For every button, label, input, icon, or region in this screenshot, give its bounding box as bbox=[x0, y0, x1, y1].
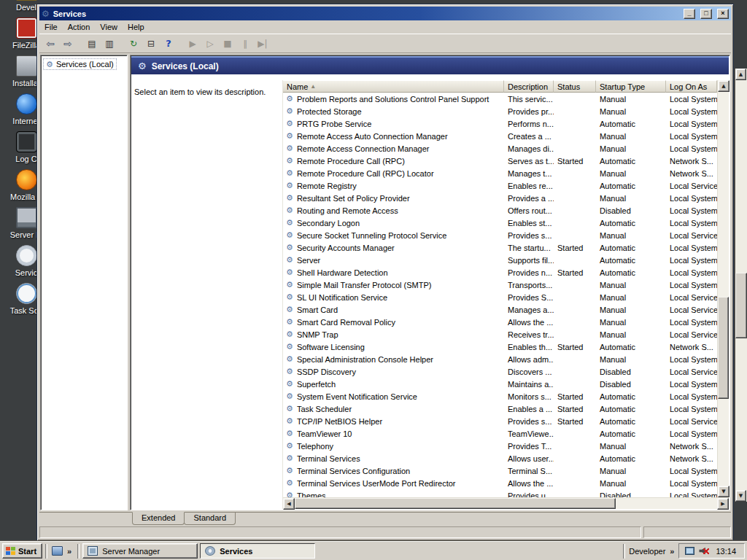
quick-launch-computer-icon[interactable] bbox=[52, 546, 63, 556]
minimize-button[interactable]: _ bbox=[684, 9, 695, 19]
scroll-track[interactable] bbox=[735, 80, 747, 490]
service-row[interactable]: ⚙ Terminal Services Configuration Termin… bbox=[283, 464, 717, 477]
service-row[interactable]: ⚙ Remote Access Connection Manager Manag… bbox=[283, 142, 717, 155]
service-rows: ⚙ Problem Reports and Solutions Control … bbox=[283, 93, 717, 497]
service-row[interactable]: ⚙ Special Administration Console Helper … bbox=[283, 353, 717, 365]
show-console-tree-button[interactable]: ▤ bbox=[84, 36, 100, 51]
scroll-up-icon[interactable]: ▲ bbox=[735, 69, 746, 80]
service-startup-type: Automatic bbox=[596, 268, 666, 277]
service-row[interactable]: ⚙ TeamViewer 10 TeamViewe... Automatic L… bbox=[283, 427, 717, 440]
service-row[interactable]: ⚙ PRTG Probe Service Performs n... Autom… bbox=[283, 117, 717, 130]
scroll-thumb[interactable] bbox=[718, 297, 729, 399]
forward-button[interactable]: ⇨ bbox=[60, 36, 76, 51]
service-row[interactable]: ⚙ Problem Reports and Solutions Control … bbox=[283, 93, 717, 105]
service-row[interactable]: ⚙ Telephony Provides T... Manual Network… bbox=[283, 440, 717, 452]
service-name: Protected Storage bbox=[297, 107, 362, 116]
service-row[interactable]: ⚙ Superfetch Maintains a... Disabled Loc… bbox=[283, 378, 717, 390]
resume-service-button[interactable]: ▷ bbox=[202, 36, 218, 51]
stop-service-button[interactable]: ■ bbox=[220, 36, 236, 51]
service-row[interactable]: ⚙ Themes Provides u... Disabled Local Sy… bbox=[283, 489, 717, 497]
scroll-thumb[interactable] bbox=[295, 498, 616, 509]
menu-item[interactable]: View bbox=[95, 22, 123, 32]
start-button[interactable]: Start bbox=[2, 543, 42, 559]
service-row[interactable]: ⚙ Routing and Remote Access Offers rout.… bbox=[283, 204, 717, 217]
remote-view-scrollbar[interactable]: ▲ ▼ bbox=[735, 69, 747, 502]
scroll-right-icon[interactable]: ▶ bbox=[717, 498, 729, 510]
service-name-cell: ⚙ TCP/IP NetBIOS Helper bbox=[283, 417, 504, 426]
refresh-button[interactable]: ↻ bbox=[125, 36, 142, 51]
service-name: Resultant Set of Policy Provider bbox=[297, 194, 410, 203]
taskbar-clock: 13:14 bbox=[713, 547, 738, 556]
service-row[interactable]: ⚙ Remote Procedure Call (RPC) Locator Ma… bbox=[283, 167, 717, 179]
service-row[interactable]: ⚙ SNMP Trap Receives tr... Manual Local … bbox=[283, 328, 717, 341]
desktop-icon-image bbox=[16, 0, 37, 1]
close-button[interactable]: × bbox=[717, 9, 729, 19]
service-row[interactable]: ⚙ Simple Mail Transfer Protocol (SMTP) T… bbox=[283, 279, 717, 291]
service-row[interactable]: ⚙ Secure Socket Tunneling Protocol Servi… bbox=[283, 229, 717, 241]
service-row[interactable]: ⚙ SSDP Discovery Discovers ... Disabled … bbox=[283, 365, 717, 378]
service-row[interactable]: ⚙ Smart Card Removal Policy Allows the .… bbox=[283, 316, 717, 328]
service-row[interactable]: ⚙ Server Supports fil... Automatic Local… bbox=[283, 254, 717, 266]
scroll-down-icon[interactable]: ▼ bbox=[718, 486, 729, 497]
scroll-down-icon[interactable]: ▼ bbox=[735, 490, 746, 502]
taskbar-task-button[interactable]: Services bbox=[200, 543, 315, 559]
service-row[interactable]: ⚙ Protected Storage Provides pr... Manua… bbox=[283, 105, 717, 117]
service-gear-icon: ⚙ bbox=[286, 429, 293, 438]
service-row[interactable]: ⚙ Software Licensing Enables th... Start… bbox=[283, 341, 717, 353]
service-row[interactable]: ⚙ Task Scheduler Enables a ... Started A… bbox=[283, 402, 717, 415]
service-row[interactable]: ⚙ Shell Hardware Detection Provides n...… bbox=[283, 266, 717, 279]
maximize-button[interactable]: □ bbox=[700, 9, 712, 19]
scroll-thumb[interactable] bbox=[735, 273, 747, 338]
service-status: Started bbox=[554, 417, 596, 426]
help-button[interactable]: ? bbox=[160, 36, 177, 51]
menu-item[interactable]: File bbox=[39, 22, 63, 32]
quick-launch-overflow-chevron[interactable]: » bbox=[66, 547, 73, 556]
service-gear-icon: ⚙ bbox=[286, 120, 293, 128]
service-row[interactable]: ⚙ SL UI Notification Service Provides S.… bbox=[283, 291, 717, 303]
scroll-up-icon[interactable]: ▲ bbox=[718, 80, 729, 92]
start-service-button[interactable]: ▶ bbox=[185, 36, 201, 51]
service-row[interactable]: ⚙ Secondary Logon Enables st... Automati… bbox=[283, 217, 717, 229]
developer-toolbar-chevron[interactable]: » bbox=[668, 547, 676, 556]
services-node-icon: ⚙ bbox=[46, 61, 53, 69]
service-row[interactable]: ⚙ Terminal Services Allows user... Autom… bbox=[283, 452, 717, 464]
volume-muted-tray-icon[interactable] bbox=[699, 547, 709, 556]
developer-toolbar-label[interactable]: Developer bbox=[629, 547, 665, 556]
tree-item-services-local[interactable]: ⚙ Services (Local) bbox=[43, 58, 117, 70]
network-tray-icon[interactable] bbox=[685, 547, 694, 555]
back-button[interactable]: ⇦ bbox=[42, 36, 58, 51]
service-row[interactable]: ⚙ Remote Registry Enables re... Automati… bbox=[283, 179, 717, 192]
service-row[interactable]: ⚙ Resultant Set of Policy Provider Provi… bbox=[283, 192, 717, 204]
column-header[interactable]: Log On As bbox=[666, 80, 717, 93]
service-row[interactable]: ⚙ System Event Notification Service Moni… bbox=[283, 390, 717, 402]
service-row[interactable]: ⚙ TCP/IP NetBIOS Helper Provides s... St… bbox=[283, 415, 717, 427]
column-header[interactable]: Name ▲ bbox=[283, 80, 504, 93]
service-row[interactable]: ⚙ Remote Access Auto Connection Manager … bbox=[283, 130, 717, 142]
scroll-track[interactable] bbox=[295, 498, 717, 509]
restart-service-button[interactable]: ▶| bbox=[255, 36, 271, 51]
taskbar-task-button[interactable]: Server Manager bbox=[82, 543, 198, 559]
service-row[interactable]: ⚙ Security Accounts Manager The startu..… bbox=[283, 241, 717, 254]
service-logon-as: Network S... bbox=[666, 454, 717, 463]
service-row[interactable]: ⚙ Smart Card Manages a... Manual Local S… bbox=[283, 303, 717, 316]
column-header[interactable]: Startup Type bbox=[596, 80, 666, 93]
view-tab[interactable]: Extended bbox=[132, 512, 185, 525]
scroll-left-icon[interactable]: ◀ bbox=[283, 498, 295, 510]
service-gear-icon: ⚙ bbox=[286, 318, 293, 326]
view-tab[interactable]: Standard bbox=[184, 513, 236, 525]
service-row[interactable]: ⚙ Terminal Services UserMode Port Redire… bbox=[283, 477, 717, 489]
service-row[interactable]: ⚙ Remote Procedure Call (RPC) Serves as … bbox=[283, 155, 717, 167]
window-titlebar[interactable]: ⚙ Services _ □ × bbox=[39, 7, 731, 20]
column-header[interactable]: Status bbox=[554, 80, 596, 93]
export-button[interactable]: ⊟ bbox=[143, 36, 159, 51]
export-list-button[interactable]: ▥ bbox=[101, 36, 117, 51]
list-horizontal-scrollbar[interactable]: ◀ ▶ bbox=[283, 497, 729, 509]
scroll-track[interactable] bbox=[718, 92, 729, 486]
service-name-cell: ⚙ Server bbox=[283, 256, 504, 265]
desktop-icon-image bbox=[16, 169, 37, 190]
pause-service-button[interactable]: ∥ bbox=[237, 36, 253, 51]
column-header[interactable]: Description bbox=[504, 80, 554, 93]
menu-item[interactable]: Action bbox=[63, 22, 96, 32]
menu-item[interactable]: Help bbox=[123, 22, 150, 32]
list-vertical-scrollbar[interactable]: ▲ ▼ bbox=[717, 80, 729, 497]
